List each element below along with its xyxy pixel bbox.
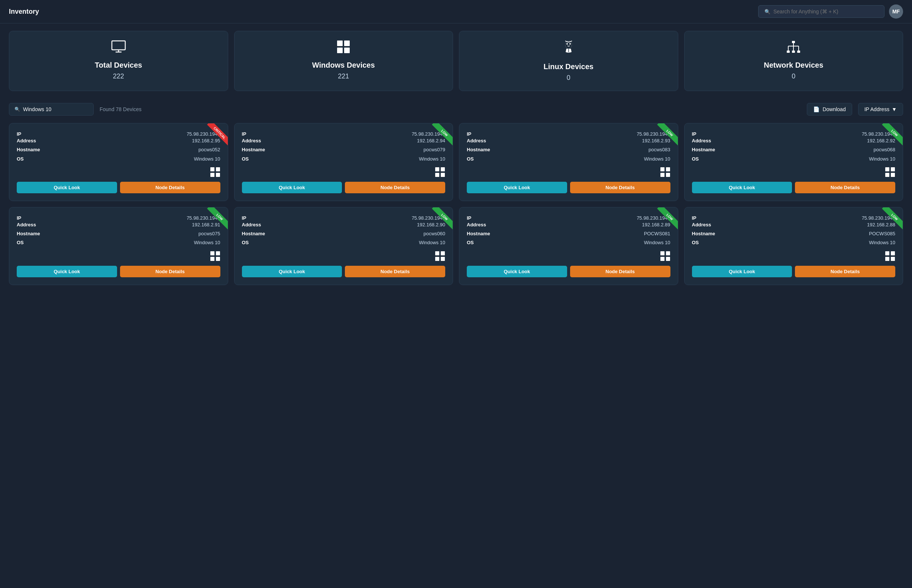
- os-label-5: OS: [17, 239, 24, 246]
- windows-icon: [337, 40, 350, 57]
- svg-rect-41: [441, 251, 445, 255]
- ip-row-1: IPAddress 75.98.230.194,,192.168.2.95: [17, 131, 220, 144]
- quick-look-button-6[interactable]: Quick Look: [242, 266, 342, 277]
- device-card-1: CRITICAL IPAddress 75.98.230.194,,192.16…: [9, 123, 228, 201]
- os-value-7: Windows 10: [644, 239, 670, 246]
- svg-rect-12: [787, 50, 790, 53]
- chevron-down-icon: ▼: [891, 106, 897, 112]
- node-details-button-3[interactable]: Node Details: [570, 182, 670, 193]
- svg-rect-50: [885, 257, 889, 261]
- os-value-5: Windows 10: [194, 239, 220, 246]
- svg-rect-35: [891, 173, 895, 177]
- svg-rect-32: [885, 167, 889, 171]
- sort-label: IP Address: [864, 106, 889, 112]
- quick-look-button-8[interactable]: Quick Look: [692, 266, 793, 277]
- os-icon-container-8: [692, 251, 896, 261]
- filter-container[interactable]: 🔍: [9, 103, 94, 116]
- quick-look-button-1[interactable]: Quick Look: [17, 182, 117, 193]
- hostname-row-6: Hostname pocws060: [242, 231, 446, 237]
- device-card-4: LOW IPAddress 75.98.230.194,,192.168.2.9…: [684, 123, 904, 201]
- download-button[interactable]: 📄 Download: [807, 103, 852, 116]
- quick-look-button-5[interactable]: Quick Look: [17, 266, 117, 277]
- stat-title-network: Network Devices: [764, 61, 823, 69]
- stat-title-windows: Windows Devices: [312, 61, 375, 69]
- card-buttons-4: Quick Look Node Details: [692, 182, 896, 193]
- svg-rect-5: [337, 48, 343, 53]
- stat-card-total[interactable]: Total Devices 222: [9, 31, 228, 91]
- svg-rect-37: [216, 251, 220, 255]
- node-details-button-2[interactable]: Node Details: [345, 182, 445, 193]
- card-buttons-3: Quick Look Node Details: [467, 182, 670, 193]
- sort-button[interactable]: IP Address ▼: [858, 103, 903, 116]
- card-buttons-5: Quick Look Node Details: [17, 266, 220, 277]
- os-row-6: OS Windows 10: [242, 239, 446, 246]
- svg-rect-46: [660, 257, 665, 261]
- toolbar: 🔍 Found 78 Devices 📄 Download IP Address…: [0, 99, 912, 120]
- os-icon-container-7: [467, 251, 670, 261]
- svg-rect-28: [660, 167, 665, 171]
- svg-rect-22: [210, 173, 215, 177]
- ribbon-5: LOW: [198, 207, 228, 237]
- os-value-3: Windows 10: [644, 156, 670, 162]
- quick-look-button-7[interactable]: Quick Look: [467, 266, 567, 277]
- svg-rect-49: [891, 251, 895, 255]
- svg-rect-30: [660, 173, 665, 177]
- svg-rect-45: [666, 251, 670, 255]
- ip-label-4: IPAddress: [692, 131, 711, 144]
- card-buttons-6: Quick Look Node Details: [242, 266, 446, 277]
- hostname-row-4: Hostname pocws068: [692, 147, 896, 153]
- device-info-8: IPAddress 75.98.230.194,,192.168.2.88 Ho…: [692, 215, 896, 246]
- stat-value-linux: 0: [567, 74, 570, 82]
- windows-os-icon-3: [660, 167, 670, 177]
- node-details-button-7[interactable]: Node Details: [570, 266, 670, 277]
- download-icon: 📄: [813, 106, 820, 112]
- svg-rect-44: [660, 251, 665, 255]
- svg-rect-31: [666, 173, 670, 177]
- global-search-container[interactable]: 🔍: [758, 5, 885, 18]
- found-label: Found 78 Devices: [100, 106, 801, 112]
- os-icon-container-3: [467, 167, 670, 177]
- hostname-row-5: Hostname pocws075: [17, 231, 220, 237]
- stat-value-network: 0: [792, 73, 795, 80]
- ip-row-8: IPAddress 75.98.230.194,,192.168.2.88: [692, 215, 896, 228]
- os-value-1: Windows 10: [194, 156, 220, 162]
- node-details-button-8[interactable]: Node Details: [795, 266, 895, 277]
- hostname-row-2: Hostname pocws079: [242, 147, 446, 153]
- hostname-label-7: Hostname: [467, 231, 490, 237]
- filter-input[interactable]: [23, 106, 88, 112]
- device-card-7: LOW IPAddress 75.98.230.194,,192.168.2.8…: [459, 207, 678, 285]
- ribbon-6: LOW: [423, 207, 453, 237]
- global-search-input[interactable]: [773, 8, 878, 15]
- os-icon-container-1: [17, 167, 220, 177]
- device-card-6: LOW IPAddress 75.98.230.194,,192.168.2.9…: [234, 207, 454, 285]
- quick-look-button-2[interactable]: Quick Look: [242, 182, 342, 193]
- user-avatar[interactable]: MF: [889, 5, 903, 19]
- node-details-button-4[interactable]: Node Details: [795, 182, 895, 193]
- stat-card-network[interactable]: Network Devices 0: [684, 31, 904, 91]
- svg-rect-4: [344, 40, 350, 46]
- windows-os-icon-4: [885, 167, 895, 177]
- svg-rect-20: [210, 167, 215, 171]
- ip-label-8: IPAddress: [692, 215, 711, 228]
- device-info-6: IPAddress 75.98.230.194,,192.168.2.90 Ho…: [242, 215, 446, 246]
- quick-look-button-3[interactable]: Quick Look: [467, 182, 567, 193]
- card-buttons-8: Quick Look Node Details: [692, 266, 896, 277]
- os-row-2: OS Windows 10: [242, 156, 446, 162]
- svg-rect-39: [216, 257, 220, 261]
- node-details-button-5[interactable]: Node Details: [120, 266, 220, 277]
- stat-card-windows[interactable]: Windows Devices 221: [234, 31, 454, 91]
- os-value-8: Windows 10: [869, 239, 895, 246]
- header-right: 🔍 MF: [758, 5, 903, 19]
- node-details-button-1[interactable]: Node Details: [120, 182, 220, 193]
- svg-rect-14: [797, 50, 800, 53]
- svg-rect-6: [344, 48, 350, 53]
- node-details-button-6[interactable]: Node Details: [345, 266, 445, 277]
- hostname-row-3: Hostname pocws083: [467, 147, 670, 153]
- card-buttons-2: Quick Look Node Details: [242, 182, 446, 193]
- stat-card-linux[interactable]: Linux Devices 0: [459, 31, 678, 91]
- svg-point-10: [569, 43, 571, 45]
- svg-rect-13: [792, 50, 795, 53]
- quick-look-button-4[interactable]: Quick Look: [692, 182, 793, 193]
- hostname-label-2: Hostname: [242, 147, 265, 153]
- linux-icon: [563, 40, 575, 58]
